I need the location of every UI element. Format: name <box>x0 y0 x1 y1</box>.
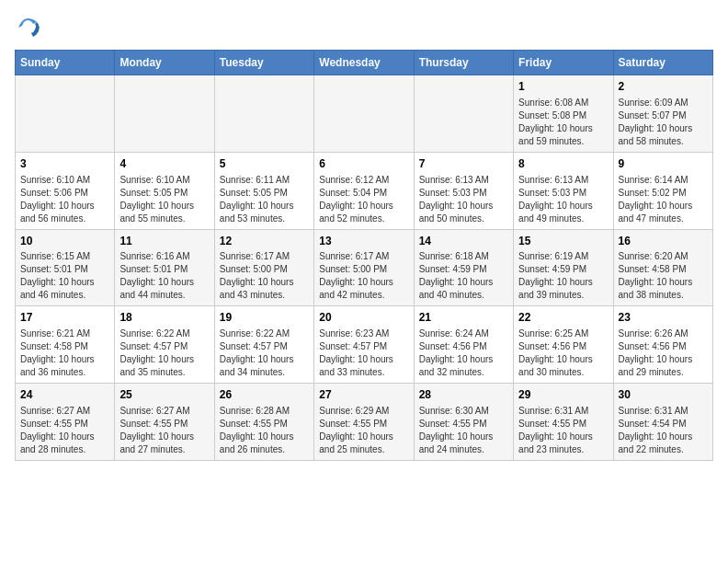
calendar-cell: 10Sunrise: 6:15 AMSunset: 5:01 PMDayligh… <box>16 229 115 306</box>
day-info: Sunrise: 6:09 AMSunset: 5:07 PMDaylight:… <box>619 97 708 148</box>
calendar-header: SundayMondayTuesdayWednesdayThursdayFrid… <box>16 51 713 75</box>
weekday-header-thursday: Thursday <box>414 51 513 75</box>
day-info: Sunrise: 6:16 AMSunset: 5:01 PMDaylight:… <box>119 250 209 302</box>
day-number: 19 <box>220 310 309 326</box>
day-number: 23 <box>619 310 708 326</box>
day-number: 5 <box>220 156 309 172</box>
calendar-cell: 8Sunrise: 6:13 AMSunset: 5:03 PMDaylight… <box>514 152 613 229</box>
day-number: 3 <box>20 156 109 172</box>
day-number: 20 <box>319 310 408 326</box>
day-number: 2 <box>619 79 708 95</box>
calendar-cell: 22Sunrise: 6:25 AMSunset: 4:56 PMDayligh… <box>514 306 613 384</box>
calendar-cell: 23Sunrise: 6:26 AMSunset: 4:56 PMDayligh… <box>613 306 712 384</box>
calendar-cell: 6Sunrise: 6:12 AMSunset: 5:04 PMDaylight… <box>314 152 414 229</box>
calendar-cell: 20Sunrise: 6:23 AMSunset: 4:57 PMDayligh… <box>314 306 414 384</box>
day-number: 21 <box>419 310 508 326</box>
day-info: Sunrise: 6:28 AMSunset: 4:55 PMDaylight:… <box>220 405 309 456</box>
weekday-header-tuesday: Tuesday <box>214 51 313 75</box>
day-number: 25 <box>119 387 209 403</box>
day-number: 13 <box>319 234 408 249</box>
day-number: 22 <box>518 310 608 326</box>
weekday-header-friday: Friday <box>514 51 613 75</box>
logo-icon <box>15 15 40 40</box>
calendar-week-4: 17Sunrise: 6:21 AMSunset: 4:58 PMDayligh… <box>16 306 713 384</box>
calendar-cell: 18Sunrise: 6:22 AMSunset: 4:57 PMDayligh… <box>115 306 214 384</box>
calendar-cell: 17Sunrise: 6:21 AMSunset: 4:58 PMDayligh… <box>16 306 115 384</box>
day-info: Sunrise: 6:21 AMSunset: 4:58 PMDaylight:… <box>20 327 109 379</box>
calendar-cell: 4Sunrise: 6:10 AMSunset: 5:05 PMDaylight… <box>115 152 214 229</box>
day-info: Sunrise: 6:26 AMSunset: 4:56 PMDaylight:… <box>619 327 708 379</box>
day-info: Sunrise: 6:30 AMSunset: 4:55 PMDaylight:… <box>419 405 508 456</box>
calendar-week-2: 3Sunrise: 6:10 AMSunset: 5:06 PMDaylight… <box>16 152 713 229</box>
calendar-cell: 19Sunrise: 6:22 AMSunset: 4:57 PMDayligh… <box>214 306 313 384</box>
calendar-cell: 1Sunrise: 6:08 AMSunset: 5:08 PMDaylight… <box>514 75 613 153</box>
calendar-cell: 29Sunrise: 6:31 AMSunset: 4:55 PMDayligh… <box>514 384 613 461</box>
day-info: Sunrise: 6:29 AMSunset: 4:55 PMDaylight:… <box>319 405 408 456</box>
calendar-cell <box>414 75 513 153</box>
calendar-cell: 30Sunrise: 6:31 AMSunset: 4:54 PMDayligh… <box>613 384 712 461</box>
calendar-cell: 5Sunrise: 6:11 AMSunset: 5:05 PMDaylight… <box>214 152 313 229</box>
calendar-cell: 12Sunrise: 6:17 AMSunset: 5:00 PMDayligh… <box>214 229 313 306</box>
day-number: 16 <box>619 234 708 249</box>
day-info: Sunrise: 6:08 AMSunset: 5:08 PMDaylight:… <box>518 97 608 148</box>
weekday-header-saturday: Saturday <box>613 51 712 75</box>
calendar-week-5: 24Sunrise: 6:27 AMSunset: 4:55 PMDayligh… <box>16 384 713 461</box>
day-number: 12 <box>220 234 309 249</box>
weekday-header-sunday: Sunday <box>16 51 115 75</box>
day-number: 6 <box>319 156 408 172</box>
day-info: Sunrise: 6:12 AMSunset: 5:04 PMDaylight:… <box>319 174 408 225</box>
calendar-cell: 16Sunrise: 6:20 AMSunset: 4:58 PMDayligh… <box>613 229 712 306</box>
day-info: Sunrise: 6:24 AMSunset: 4:56 PMDaylight:… <box>419 327 508 379</box>
calendar-cell: 11Sunrise: 6:16 AMSunset: 5:01 PMDayligh… <box>115 229 214 306</box>
calendar-cell: 21Sunrise: 6:24 AMSunset: 4:56 PMDayligh… <box>414 306 513 384</box>
day-number: 10 <box>20 234 109 249</box>
day-number: 11 <box>119 234 209 249</box>
day-info: Sunrise: 6:10 AMSunset: 5:06 PMDaylight:… <box>20 174 109 225</box>
day-number: 9 <box>619 156 708 172</box>
calendar-week-3: 10Sunrise: 6:15 AMSunset: 5:01 PMDayligh… <box>16 229 713 306</box>
day-info: Sunrise: 6:13 AMSunset: 5:03 PMDaylight:… <box>518 174 608 225</box>
day-number: 4 <box>119 156 209 172</box>
day-info: Sunrise: 6:25 AMSunset: 4:56 PMDaylight:… <box>518 327 608 379</box>
day-info: Sunrise: 6:31 AMSunset: 4:54 PMDaylight:… <box>619 405 708 456</box>
calendar-cell: 28Sunrise: 6:30 AMSunset: 4:55 PMDayligh… <box>414 384 513 461</box>
day-info: Sunrise: 6:11 AMSunset: 5:05 PMDaylight:… <box>220 174 309 225</box>
calendar-body: 1Sunrise: 6:08 AMSunset: 5:08 PMDaylight… <box>16 75 713 461</box>
day-number: 15 <box>518 234 608 249</box>
calendar-cell: 15Sunrise: 6:19 AMSunset: 4:59 PMDayligh… <box>514 229 613 306</box>
calendar-cell: 26Sunrise: 6:28 AMSunset: 4:55 PMDayligh… <box>214 384 313 461</box>
day-number: 14 <box>419 234 508 249</box>
day-info: Sunrise: 6:10 AMSunset: 5:05 PMDaylight:… <box>119 174 209 225</box>
day-number: 28 <box>419 387 508 403</box>
day-number: 7 <box>419 156 508 172</box>
day-info: Sunrise: 6:22 AMSunset: 4:57 PMDaylight:… <box>220 327 309 379</box>
calendar-cell: 7Sunrise: 6:13 AMSunset: 5:03 PMDaylight… <box>414 152 513 229</box>
calendar-week-1: 1Sunrise: 6:08 AMSunset: 5:08 PMDaylight… <box>16 75 713 153</box>
day-info: Sunrise: 6:27 AMSunset: 4:55 PMDaylight:… <box>119 405 209 456</box>
day-info: Sunrise: 6:15 AMSunset: 5:01 PMDaylight:… <box>20 250 109 302</box>
day-info: Sunrise: 6:19 AMSunset: 4:59 PMDaylight:… <box>518 250 608 302</box>
day-info: Sunrise: 6:27 AMSunset: 4:55 PMDaylight:… <box>20 405 109 456</box>
calendar-cell: 24Sunrise: 6:27 AMSunset: 4:55 PMDayligh… <box>16 384 115 461</box>
calendar-cell: 9Sunrise: 6:14 AMSunset: 5:02 PMDaylight… <box>613 152 712 229</box>
day-number: 26 <box>220 387 309 403</box>
day-info: Sunrise: 6:14 AMSunset: 5:02 PMDaylight:… <box>619 174 708 225</box>
day-number: 27 <box>319 387 408 403</box>
day-info: Sunrise: 6:13 AMSunset: 5:03 PMDaylight:… <box>419 174 508 225</box>
weekday-header-monday: Monday <box>115 51 214 75</box>
day-info: Sunrise: 6:17 AMSunset: 5:00 PMDaylight:… <box>319 250 408 302</box>
day-number: 8 <box>518 156 608 172</box>
calendar-cell <box>16 75 115 153</box>
calendar-cell: 3Sunrise: 6:10 AMSunset: 5:06 PMDaylight… <box>16 152 115 229</box>
calendar-cell: 13Sunrise: 6:17 AMSunset: 5:00 PMDayligh… <box>314 229 414 306</box>
day-info: Sunrise: 6:20 AMSunset: 4:58 PMDaylight:… <box>619 250 708 302</box>
day-info: Sunrise: 6:17 AMSunset: 5:00 PMDaylight:… <box>220 250 309 302</box>
day-info: Sunrise: 6:23 AMSunset: 4:57 PMDaylight:… <box>319 327 408 379</box>
day-number: 18 <box>119 310 209 326</box>
weekday-header-wednesday: Wednesday <box>314 51 414 75</box>
day-number: 1 <box>518 79 608 95</box>
logo <box>15 15 44 40</box>
day-info: Sunrise: 6:22 AMSunset: 4:57 PMDaylight:… <box>119 327 209 379</box>
calendar-cell: 25Sunrise: 6:27 AMSunset: 4:55 PMDayligh… <box>115 384 214 461</box>
day-number: 24 <box>20 387 109 403</box>
